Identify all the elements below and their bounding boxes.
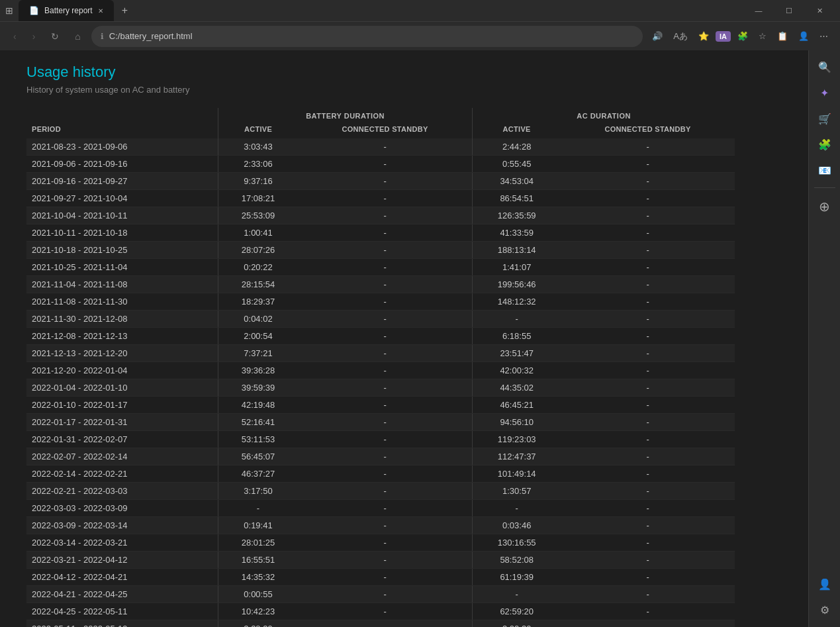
bat-active-cell: 7:37:21 [218, 345, 298, 362]
period-cell: 2021-09-06 - 2021-09-16 [26, 156, 218, 173]
bat-standby-cell: - [298, 397, 473, 414]
ac-standby-cell: - [561, 224, 735, 242]
ac-standby-cell: - [561, 431, 735, 448]
ac-standby-cell: - [561, 414, 735, 431]
ac-active-cell: 0:55:45 [473, 156, 561, 173]
period-cell: 2021-10-04 - 2021-10-11 [26, 207, 218, 224]
sidebar-copilot-button[interactable]: ✦ [812, 81, 838, 105]
back-button[interactable]: ‹ [8, 28, 22, 44]
page-subtitle: History of system usage on AC and batter… [26, 85, 735, 95]
bat-active-cell: 14:35:32 [218, 569, 298, 586]
ac-standby-cell: - [561, 293, 735, 311]
bat-active-cell: 3:17:50 [218, 483, 298, 500]
period-cell: 2022-02-21 - 2022-03-03 [26, 483, 218, 500]
tab-title: Battery report [44, 6, 93, 15]
period-cell: 2022-03-14 - 2022-03-21 [26, 534, 218, 552]
address-bar[interactable]: ℹ C:/battery_report.html [91, 26, 643, 47]
sidebar-add-button[interactable]: ⊕ [812, 193, 838, 220]
extensions-button[interactable]: 🧩 [733, 28, 752, 44]
window-controls: — ☐ ✕ [743, 0, 835, 21]
ac-standby-cell: - [561, 276, 735, 293]
bat-standby-cell: - [298, 190, 473, 207]
period-cell: 2021-12-20 - 2022-01-04 [26, 362, 218, 379]
forward-button[interactable]: › [27, 28, 41, 44]
ia-button[interactable]: IA [716, 31, 731, 42]
bat-active-cell: 2:33:06 [218, 156, 298, 173]
immersive-reader-button[interactable]: Aあ [669, 28, 692, 45]
bat-standby-cell: - [298, 552, 473, 569]
bat-standby-cell: - [298, 207, 473, 224]
sidebar-profile-button[interactable]: 👤 [812, 573, 838, 596]
bat-active-cell: 53:11:53 [218, 431, 298, 448]
sidebar-search-button[interactable]: 🔍 [812, 56, 838, 79]
ac-standby-cell: - [561, 586, 735, 603]
ac-active-cell: - [473, 500, 561, 517]
page-title: Usage history [26, 64, 735, 81]
bat-active-cell: 28:01:25 [218, 534, 298, 552]
titlebar: ⊞ 📄 Battery report ✕ + — ☐ ✕ [0, 0, 840, 21]
bat-active-cell: 42:19:48 [218, 397, 298, 414]
period-cell: 2022-02-07 - 2022-02-14 [26, 448, 218, 465]
bat-standby-cell: - [298, 483, 473, 500]
settings-more-button[interactable]: ⋯ [816, 28, 832, 44]
main-layout: Usage history History of system usage on… [0, 50, 840, 627]
window-icon: ⊞ [5, 5, 13, 16]
table-row: 2022-01-17 - 2022-01-31 52:16:41 - 94:56… [26, 414, 735, 431]
close-button[interactable]: ✕ [804, 0, 835, 21]
table-row: 2022-04-25 - 2022-05-11 10:42:23 - 62:59… [26, 603, 735, 620]
refresh-button[interactable]: ↻ [46, 28, 64, 44]
ac-active-cell: 41:33:59 [473, 224, 561, 242]
new-tab-button[interactable]: + [122, 5, 128, 17]
bat-active-cell: 28:15:54 [218, 276, 298, 293]
table-row: 2022-01-04 - 2022-01-10 39:59:39 - 44:35… [26, 379, 735, 397]
table-row: 2022-04-12 - 2022-04-21 14:35:32 - 61:19… [26, 569, 735, 586]
read-aloud-button[interactable]: 🔊 [648, 28, 667, 44]
bat-active-cell: 2:00:54 [218, 328, 298, 345]
bat-standby-header: CONNECTED STANDBY [298, 122, 473, 138]
tab-close-button[interactable]: ✕ [98, 7, 103, 15]
sidebar-outlook-button[interactable]: 📧 [812, 159, 838, 182]
ac-duration-header: AC DURATION [473, 108, 735, 122]
main-content[interactable]: Usage history History of system usage on… [0, 50, 808, 627]
right-sidebar: 🔍 ✦ 🛒 🧩 📧 ⊕ 👤 ⚙ [808, 50, 840, 627]
active-tab[interactable]: 📄 Battery report ✕ [19, 0, 114, 21]
ac-standby-cell: - [561, 173, 735, 190]
ac-standby-cell: - [561, 500, 735, 517]
ac-standby-cell: - [561, 534, 735, 552]
maximize-button[interactable]: ☐ [774, 0, 804, 21]
ac-standby-cell: - [561, 156, 735, 173]
content-area: Usage history History of system usage on… [0, 50, 761, 627]
sidebar-extensions-button[interactable]: 🧩 [812, 133, 838, 156]
bat-active-cell: 52:16:41 [218, 414, 298, 431]
bat-active-cell: 1:00:41 [218, 224, 298, 242]
bat-standby-cell: - [298, 534, 473, 552]
bat-standby-cell: - [298, 345, 473, 362]
table-row: 2022-03-03 - 2022-03-09 - - - - [26, 500, 735, 517]
period-cell: 2022-02-14 - 2022-02-21 [26, 465, 218, 483]
period-cell: 2022-05-11 - 2022-05-19 [26, 620, 218, 628]
ac-active-cell: 126:35:59 [473, 207, 561, 224]
browser-essentials-button[interactable]: ⭐ [694, 28, 713, 44]
ac-standby-cell: - [561, 569, 735, 586]
table-row: 2022-02-07 - 2022-02-14 56:45:07 - 112:4… [26, 448, 735, 465]
sidebar-shopping-button[interactable]: 🛒 [812, 107, 838, 130]
ac-active-cell: - [473, 586, 561, 603]
sidebar-settings-button[interactable]: ⚙ [812, 599, 838, 622]
bat-active-cell: 16:55:51 [218, 552, 298, 569]
favorites-button[interactable]: ☆ [755, 28, 770, 44]
period-cell: 2022-01-17 - 2022-01-31 [26, 414, 218, 431]
ac-active-cell: 34:53:04 [473, 173, 561, 190]
bat-standby-cell: - [298, 603, 473, 620]
table-row: 2022-01-10 - 2022-01-17 42:19:48 - 46:45… [26, 397, 735, 414]
bat-active-cell: 25:53:09 [218, 207, 298, 224]
minimize-button[interactable]: — [743, 0, 774, 21]
period-cell: 2021-10-25 - 2021-11-04 [26, 259, 218, 276]
collections-button[interactable]: 📋 [773, 28, 792, 44]
period-cell: 2021-10-18 - 2021-10-25 [26, 242, 218, 259]
ac-active-cell: 130:16:55 [473, 534, 561, 552]
ac-active-cell: 199:56:46 [473, 276, 561, 293]
table-row: 2021-10-18 - 2021-10-25 28:07:26 - 188:1… [26, 242, 735, 259]
profile-button[interactable]: 👤 [794, 28, 813, 44]
bat-active-cell: 39:59:39 [218, 379, 298, 397]
home-button[interactable]: ⌂ [70, 28, 85, 44]
